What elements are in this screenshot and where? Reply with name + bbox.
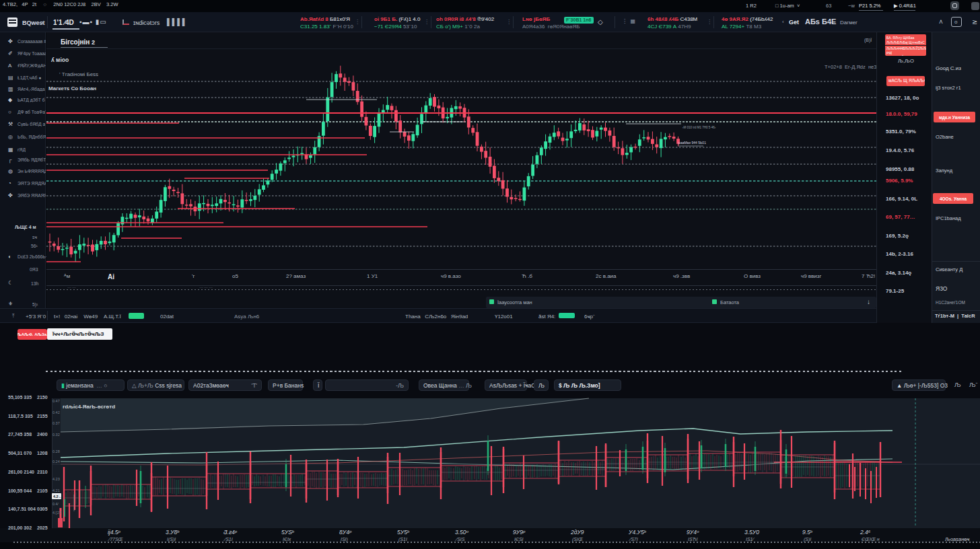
svg-text:‹M 010 trd M1 7H0 5·46›: ‹M 010 trd M1 7H0 5·46›	[682, 126, 716, 129]
svg-text:μaaMae 944 5Ь01: μaaMae 944 5Ь01	[678, 141, 706, 145]
